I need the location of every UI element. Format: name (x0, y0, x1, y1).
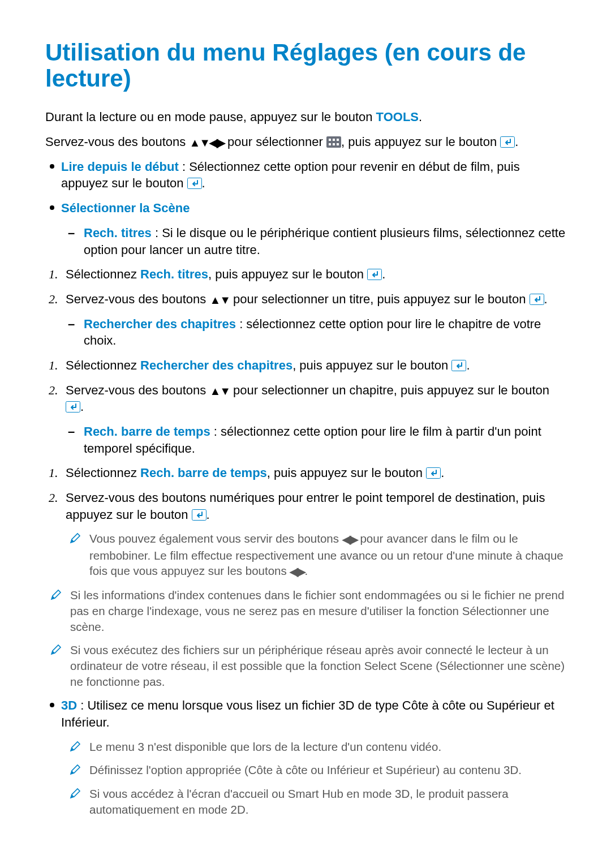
text: Durant la lecture ou en mode pause, appu… (45, 110, 376, 124)
step-chapitres-1: Sélectionnez Rechercher des chapitres, p… (45, 357, 566, 374)
text: Servez-vous des boutons numériques pour … (66, 491, 545, 522)
svg-rect-2 (333, 139, 335, 141)
pencil-icon (69, 763, 81, 776)
term: Sélectionner la Scène (61, 201, 190, 215)
svg-rect-1 (329, 139, 331, 141)
step-temps-2: Servez-vous des boutons numériques pour … (45, 489, 566, 523)
text: . (441, 466, 444, 480)
pencil-icon (69, 740, 81, 753)
bullet-lire-depuis-le-debut: Lire depuis le début : Sélectionnez cett… (45, 158, 566, 192)
term: Rech. titres (140, 267, 208, 281)
text: . (206, 508, 210, 522)
text: . (515, 135, 518, 149)
arrows-lr-icon: ◀▶ (342, 534, 357, 546)
text: . (80, 399, 84, 414)
step-temps-1: Sélectionnez Rech. barre de temps, puis … (45, 465, 566, 482)
text: , puis appuyez sur le bouton (208, 267, 367, 281)
svg-rect-3 (337, 139, 339, 141)
step-rech-titres-1: Sélectionnez Rech. titres, puis appuyez … (45, 266, 566, 283)
pencil-icon (50, 588, 62, 601)
tools-button-label: TOOLS (376, 110, 419, 124)
term: Rech. titres (84, 226, 152, 240)
text: pour sélectionner (224, 135, 326, 149)
text: Si les informations d'index contenues da… (70, 588, 564, 633)
text: Définissez l'option appropriée (Côte à c… (89, 763, 522, 776)
note-3d-option: Définissez l'option appropriée (Côte à c… (45, 762, 566, 778)
text: Si vous exécutez des fichiers sur un pér… (70, 643, 565, 687)
step-chapitres-2: Servez-vous des boutons ▲▼ pour selectio… (45, 382, 566, 415)
arrows-ud-icon: ▲▼ (209, 384, 230, 397)
text: . (382, 267, 385, 281)
enter-icon (192, 509, 206, 522)
term: Rech. barre de temps (84, 424, 210, 439)
note-index-endommage: Si les informations d'index contenues da… (45, 587, 566, 634)
svg-rect-0 (326, 136, 341, 148)
step-rech-titres-2: Servez-vous des boutons ▲▼ pour selectio… (45, 291, 566, 308)
text: Le menu 3 n'est disponible que lors de l… (89, 740, 441, 753)
intro-para-1: Durant la lecture ou en mode pause, appu… (45, 109, 566, 126)
text: Si vous accédez à l'écran d'accueil ou S… (89, 787, 509, 816)
text: , puis appuyez sur le bouton (267, 466, 426, 480)
text: Vous pouvez également vous servir des bo… (89, 532, 342, 545)
text: . (466, 358, 470, 372)
enter-icon (367, 269, 382, 282)
text: Servez-vous des boutons (45, 135, 189, 149)
text: pour selectionner un titre, puis appuyez… (230, 292, 530, 306)
text: : Utilisez ce menu lorsque vous lisez un… (61, 698, 554, 729)
subbullet-rech-titres: Rech. titres : Si le disque ou le périph… (45, 225, 566, 258)
term: 3D (61, 698, 77, 712)
term: Lire depuis le début (61, 160, 179, 174)
enter-icon (500, 136, 515, 149)
intro-para-2: Servez-vous des boutons ▲▼◀▶ pour sélect… (45, 134, 566, 151)
text: Sélectionnez (66, 358, 140, 372)
text: , puis appuyez sur le bouton (292, 358, 451, 372)
text: : Si le disque ou le périphérique contie… (84, 226, 565, 257)
enter-icon (451, 359, 466, 373)
text: Servez-vous des boutons (66, 383, 209, 397)
note-3d-disponible: Le menu 3 n'est disponible que lors de l… (45, 739, 566, 755)
text: pour selectionner un chapitre, puis appu… (230, 383, 549, 397)
svg-rect-4 (329, 143, 331, 145)
text: . (304, 564, 308, 577)
pencil-icon (50, 643, 62, 656)
arrows-lr-icon: ◀▶ (290, 565, 304, 578)
text: Sélectionnez (66, 466, 140, 480)
pencil-icon (69, 787, 81, 800)
text: . (419, 110, 422, 124)
pencil-icon (69, 532, 81, 544)
text: . (544, 292, 548, 306)
bullet-3d: 3D : Utilisez ce menu lorsque vous lisez… (45, 697, 566, 731)
subbullet-rech-barre-temps: Rech. barre de temps : sélectionnez cett… (45, 423, 566, 457)
page: Utilisation du menu Réglages (en cours d… (0, 0, 611, 848)
term: Rechercher des chapitres (140, 358, 292, 372)
enter-icon (530, 293, 544, 307)
arrows-udlr-icon: ▲▼◀▶ (189, 136, 224, 149)
text: , puis appuyez sur le bouton (341, 135, 500, 149)
text: Sélectionnez (66, 267, 140, 281)
bullet-selectionner-la-scene: Sélectionner la Scène (45, 200, 566, 217)
text: Servez-vous des boutons (66, 292, 209, 306)
subbullet-rechercher-chapitres: Rechercher des chapitres : sélectionnez … (45, 316, 566, 349)
svg-rect-6 (337, 143, 339, 145)
enter-icon (187, 178, 202, 191)
term: Rechercher des chapitres (84, 317, 236, 331)
arrows-ud-icon: ▲▼ (209, 294, 230, 306)
menu-grid-icon (326, 136, 341, 149)
enter-icon (426, 467, 441, 481)
page-title: Utilisation du menu Réglages (en cours d… (45, 40, 566, 92)
note-peripherique-reseau: Si vous exécutez des fichiers sur un pér… (45, 642, 566, 689)
term: Rech. barre de temps (140, 466, 267, 480)
enter-icon (66, 401, 80, 415)
svg-rect-5 (333, 143, 335, 145)
note-boutons-avancer: Vous pouvez également vous servir des bo… (45, 531, 566, 579)
note-3d-smarthub: Si vous accédez à l'écran d'accueil ou S… (45, 786, 566, 817)
text: . (202, 176, 205, 190)
